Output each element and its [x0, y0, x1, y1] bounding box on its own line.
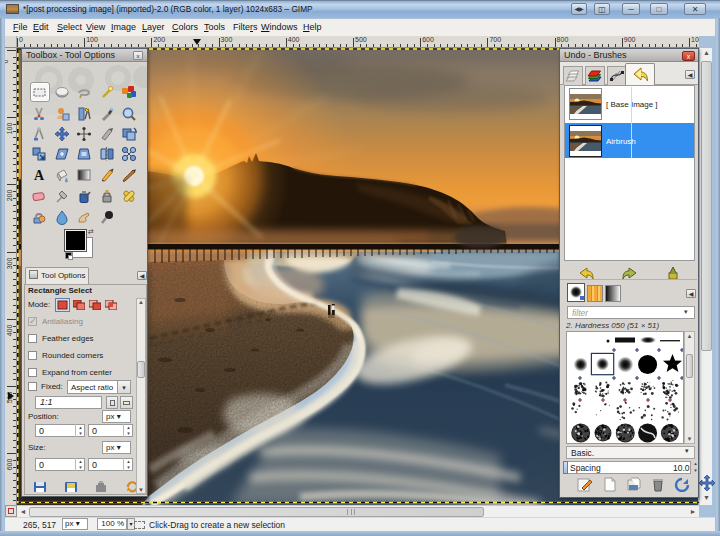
svg-text:A: A [34, 168, 45, 183]
